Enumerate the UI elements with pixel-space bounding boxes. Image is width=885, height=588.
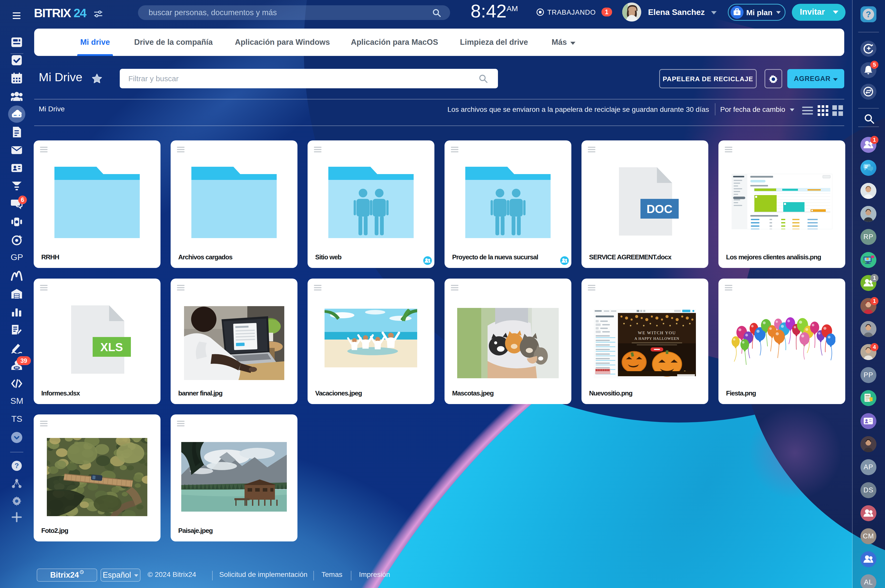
svg-text:A HAPPY HALLOWEEN: A HAPPY HALLOWEEN: [634, 336, 679, 340]
svg-text:WE WITCH YOU: WE WITCH YOU: [638, 330, 676, 335]
svg-text:XLS: XLS: [100, 340, 123, 354]
svg-text:DOC: DOC: [646, 202, 672, 216]
